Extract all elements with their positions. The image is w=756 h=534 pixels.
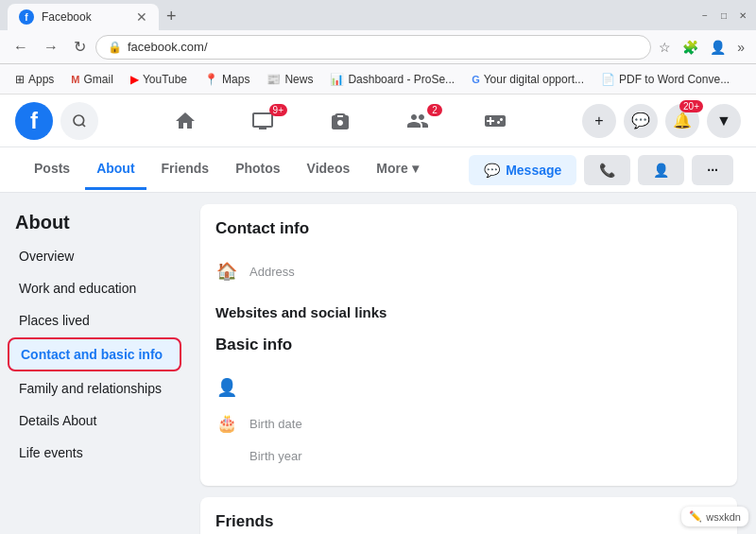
watermark: ✏️ wsxkdn xyxy=(681,507,748,526)
news-icon: 📰 xyxy=(266,73,281,86)
more-actions-button[interactable]: ··· xyxy=(692,155,733,185)
bookmark-dashboard[interactable]: 📊 Dashboard - ProSe... xyxy=(322,70,462,89)
friends-title: Friends xyxy=(215,512,722,531)
bookmark-pdf[interactable]: 📄 PDF to Word Conve... xyxy=(593,70,737,89)
birth-year-label: Birth year xyxy=(249,449,302,463)
address-icons: ☆ 🧩 👤 » xyxy=(655,36,748,59)
friends-card: Friends xyxy=(200,497,737,534)
more-chevron-icon: ▾ xyxy=(412,161,419,176)
tab-bar: f Facebook ✕ + xyxy=(8,0,180,30)
websites-title: Websites and social links xyxy=(215,304,722,320)
bookmark-dashboard-label: Dashboard - ProSe... xyxy=(348,73,455,86)
new-tab-button[interactable]: + xyxy=(163,3,180,30)
facebook-search-button[interactable] xyxy=(60,102,98,140)
facebook-logo[interactable]: f xyxy=(15,102,53,140)
close-button[interactable]: ✕ xyxy=(737,9,748,21)
notifications-badge: 20+ xyxy=(679,100,703,112)
contact-info-title: Contact info xyxy=(215,219,722,238)
sidebar-item-family[interactable]: Family and relationships xyxy=(8,373,181,404)
tab-more[interactable]: More ▾ xyxy=(365,149,429,190)
maximize-button[interactable]: □ xyxy=(718,9,730,21)
tab-videos[interactable]: Videos xyxy=(296,149,362,190)
refresh-button[interactable]: ↻ xyxy=(68,34,92,60)
basic-info-title: Basic info xyxy=(215,336,722,354)
window-controls: − □ ✕ xyxy=(699,9,748,21)
address-bar: ← → ↻ 🔒 facebook.com/ ☆ 🧩 👤 » xyxy=(0,30,756,64)
bookmark-youtube[interactable]: ▶ YouTube xyxy=(123,70,195,89)
message-label: Message xyxy=(506,163,561,178)
url-text: facebook.com/ xyxy=(128,40,639,54)
watermark-icon: ✏️ xyxy=(689,510,702,523)
call-button[interactable]: 📞 xyxy=(584,155,630,185)
fb-nav-home[interactable] xyxy=(147,98,223,144)
youtube-icon: ▶ xyxy=(130,73,139,86)
extensions-button[interactable]: 🧩 xyxy=(679,36,702,59)
sidebar-item-work[interactable]: Work and education xyxy=(8,273,181,303)
forward-button[interactable]: → xyxy=(38,35,64,60)
profile-nav: Posts About Friends Photos Videos More ▾… xyxy=(0,147,756,193)
notifications-button[interactable]: 🔔 20+ xyxy=(665,104,699,138)
pdf-icon: 📄 xyxy=(601,73,615,86)
fb-nav-groups[interactable]: 2 xyxy=(380,98,455,144)
home-icon: 🏠 xyxy=(215,261,238,282)
lock-icon: 🔒 xyxy=(108,41,122,54)
tab-favicon: f xyxy=(19,9,34,25)
scrollbar[interactable] xyxy=(748,193,756,534)
tab-photos[interactable]: Photos xyxy=(224,149,291,190)
main-content: About Overview Work and education Places… xyxy=(0,193,756,534)
facebook-header: f 9+ 2 + 💬 🔔 20+ ▼ xyxy=(0,95,756,147)
bookmark-gmail[interactable]: M Gmail xyxy=(63,70,121,89)
add-button[interactable]: + xyxy=(582,104,616,138)
url-bar[interactable]: 🔒 facebook.com/ xyxy=(95,35,651,60)
gender-row: 👤 xyxy=(215,370,722,405)
facebook-right-actions: + 💬 🔔 20+ ▼ xyxy=(582,104,741,138)
sidebar-item-life-events[interactable]: Life events xyxy=(8,438,181,468)
sidebar-item-contact[interactable]: Contact and basic info xyxy=(8,337,181,371)
gender-icon: 👤 xyxy=(215,377,238,398)
bookmark-apps[interactable]: ⊞ Apps xyxy=(8,70,61,89)
tab-posts[interactable]: Posts xyxy=(23,149,81,190)
bookmark-maps[interactable]: 📍 Maps xyxy=(197,70,257,89)
bookmark-news[interactable]: 📰 News xyxy=(259,70,320,89)
google-icon: G xyxy=(472,74,480,85)
bookmark-maps-label: Maps xyxy=(222,73,249,86)
message-button[interactable]: 💬 Message xyxy=(469,155,576,185)
bookmark-digital[interactable]: G Your digital opport... xyxy=(464,70,592,89)
bookmarks-bar: ⊞ Apps M Gmail ▶ YouTube 📍 Maps 📰 News 📊… xyxy=(0,64,756,95)
address-label: Address xyxy=(249,265,295,279)
contact-info-card: Contact info 🏠 Address Websites and soci… xyxy=(200,204,737,486)
tab-friends[interactable]: Friends xyxy=(150,149,221,190)
sidebar-item-details[interactable]: Details About xyxy=(8,405,181,436)
address-row: 🏠 Address xyxy=(215,253,722,289)
fb-nav-gaming[interactable] xyxy=(457,98,533,144)
sidebar-item-places[interactable]: Places lived xyxy=(8,305,181,336)
profile-button[interactable]: 👤 xyxy=(706,36,730,59)
fb-nav-watch[interactable]: 9+ xyxy=(225,98,301,144)
bookmark-gmail-label: Gmail xyxy=(84,73,113,86)
bookmark-digital-label: Your digital opport... xyxy=(484,73,584,86)
bookmark-star-button[interactable]: ☆ xyxy=(655,36,675,59)
profile-actions: 💬 Message 📞 👤 ··· xyxy=(469,155,733,185)
account-menu-button[interactable]: ▼ xyxy=(707,104,741,138)
more-button[interactable]: » xyxy=(733,36,748,59)
watch-badge: 9+ xyxy=(269,104,287,116)
birthyear-row: Birth year xyxy=(215,441,722,471)
tab-close-button[interactable]: ✕ xyxy=(136,9,147,25)
message-icon: 💬 xyxy=(484,163,500,178)
watermark-text: wsxkdn xyxy=(706,511,741,523)
add-friend-button[interactable]: 👤 xyxy=(638,155,684,185)
minimize-button[interactable]: − xyxy=(699,9,711,21)
maps-icon: 📍 xyxy=(204,73,218,86)
fb-nav-marketplace[interactable] xyxy=(302,98,378,144)
tab-about[interactable]: About xyxy=(85,149,146,190)
messenger-button[interactable]: 💬 xyxy=(624,104,658,138)
birthday-row: 🎂 Birth date xyxy=(215,405,722,441)
sidebar-item-overview[interactable]: Overview xyxy=(8,241,181,271)
gmail-icon: M xyxy=(71,74,79,85)
svg-point-0 xyxy=(74,115,84,126)
svg-line-1 xyxy=(82,124,85,127)
birth-date-label: Birth date xyxy=(249,417,302,431)
bookmark-apps-label: Apps xyxy=(28,73,54,86)
browser-tab[interactable]: f Facebook ✕ xyxy=(8,4,159,30)
back-button[interactable]: ← xyxy=(8,35,34,60)
